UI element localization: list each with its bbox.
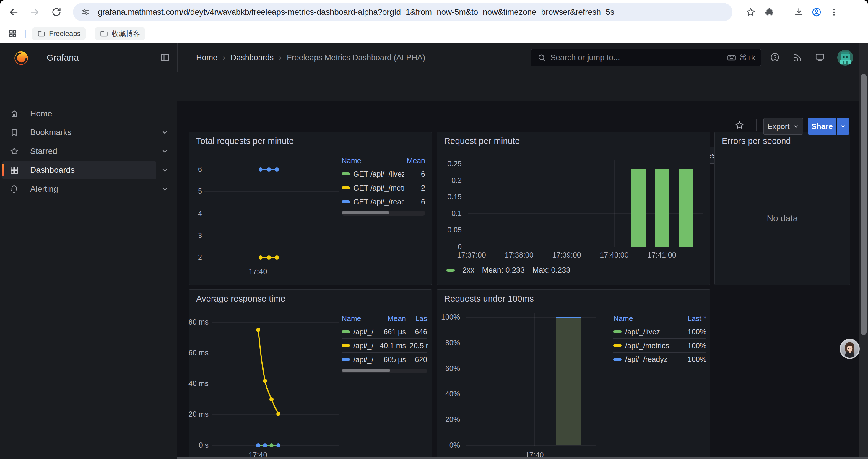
scrollbar-thumb[interactable] — [861, 74, 867, 335]
scrollbar-thumb[interactable] — [342, 369, 390, 372]
user-avatar[interactable] — [837, 50, 853, 66]
data-point — [275, 167, 279, 172]
sidebar-item-bookmarks[interactable]: Bookmarks — [2, 124, 156, 141]
legend-table: Name Mean Las /api/_/livez 661 µs 646 /a… — [342, 312, 427, 373]
legend-header-name[interactable]: Name — [342, 314, 378, 323]
extensions-icon[interactable] — [764, 7, 774, 17]
series-name: GET /api/_/livez — [353, 170, 404, 178]
data-point — [267, 256, 271, 260]
reload-icon[interactable] — [51, 7, 62, 18]
legend-header-name[interactable]: Name — [342, 157, 404, 165]
series-mean: 661 µs — [378, 328, 406, 336]
profile-icon[interactable] — [812, 7, 822, 17]
sidebar-item-starred[interactable]: Starred — [2, 142, 156, 160]
address-bar[interactable]: grafana.mathmast.com/d/deytv4rwavabkb/fr… — [73, 3, 733, 21]
legend-header-mean[interactable]: Mean — [404, 157, 425, 165]
y-tick: 0.15 — [441, 193, 462, 201]
legend-row[interactable]: /api/_/metrics 40.1 ms 20.5 r — [342, 338, 427, 352]
legend-row[interactable]: /api/_/livez 100% — [613, 325, 706, 338]
series-swatch-green — [446, 269, 455, 272]
share-button[interactable]: Share — [808, 118, 836, 135]
search-input[interactable]: Search or jump to... ⌘+k — [531, 49, 761, 66]
legend-mean: Mean: 0.233 — [482, 266, 525, 275]
no-data-message: No data — [715, 213, 850, 223]
legend-header-row: Name Mean — [342, 155, 425, 167]
star-icon — [9, 146, 19, 156]
panel-title: Request per minute — [444, 136, 520, 146]
legend-header-name[interactable]: Name — [613, 314, 680, 323]
search-icon — [537, 53, 546, 62]
series-mean: 6 — [408, 170, 425, 178]
chevron-down-icon[interactable] — [161, 147, 169, 155]
legend-row[interactable]: /api/_/metrics 100% — [613, 338, 706, 352]
panel-average-response-time[interactable]: Average response time 80 ms 60 ms 40 ms … — [189, 290, 432, 459]
sidebar-item-dashboards[interactable]: Dashboards — [2, 161, 156, 179]
series-last: 100% — [680, 341, 706, 350]
sidebar-item-label: Home — [30, 109, 52, 119]
window-bottom-edge — [177, 457, 868, 459]
floating-assistant-avatar[interactable] — [840, 339, 860, 359]
back-icon[interactable] — [8, 7, 19, 18]
favorite-star-icon[interactable] — [735, 120, 745, 130]
sidebar-item-label: Alerting — [30, 184, 58, 194]
browser-toolbar: grafana.mathmast.com/d/deytv4rwavabkb/fr… — [0, 0, 868, 24]
panel-errors-per-second[interactable]: Errors per second No data — [714, 132, 850, 285]
chevron-down-icon[interactable] — [161, 128, 169, 136]
x-tick: 17:37:00 — [448, 251, 495, 259]
menu-icon[interactable] — [829, 7, 839, 17]
y-tick: 20% — [439, 415, 460, 424]
y-tick: 0.2 — [441, 176, 462, 185]
panel-request-per-minute[interactable]: Request per minute 0.25 0.2 0.15 0.1 0.0… — [437, 132, 710, 285]
grafana-logo-icon[interactable] — [13, 49, 30, 66]
monitor-icon[interactable] — [815, 52, 825, 62]
area-fill-100pct — [556, 317, 581, 446]
y-tick: 100% — [439, 313, 460, 321]
legend-scrollbar[interactable] — [342, 369, 427, 373]
apps-grid-icon[interactable] — [8, 29, 17, 38]
legend-row[interactable]: /api/_/readyz 605 µs 620 — [342, 352, 427, 366]
bookmark-folder-freeleaps[interactable]: Freeleaps — [32, 27, 86, 40]
legend-header-last[interactable]: Last * — [680, 314, 706, 323]
chevron-down-icon[interactable] — [161, 166, 169, 174]
chevron-down-icon[interactable] — [161, 185, 169, 193]
legend-scrollbar[interactable] — [342, 211, 425, 216]
legend-header-last[interactable]: Las — [406, 314, 427, 323]
y-gridline — [468, 164, 703, 164]
share-dropdown-button[interactable] — [837, 118, 849, 135]
bookmarks-divider — [25, 30, 26, 37]
legend-row[interactable]: /api/_/livez 661 µs 646 — [342, 325, 427, 338]
sidebar-item-alerting[interactable]: Alerting — [2, 180, 156, 198]
scrollbar-thumb[interactable] — [342, 211, 389, 215]
sidebar-item-home[interactable]: Home — [2, 105, 156, 123]
legend-row[interactable]: GET /api/_/metrics 2 — [342, 181, 425, 195]
breadcrumb-dashboards[interactable]: Dashboards — [231, 53, 274, 62]
bookmark-folder-blogs[interactable]: 收藏博客 — [95, 27, 145, 40]
breadcrumb-home[interactable]: Home — [196, 53, 217, 62]
export-button[interactable]: Export — [764, 118, 803, 135]
browser-scrollbar[interactable] — [859, 43, 868, 459]
help-icon[interactable] — [770, 52, 780, 62]
forward-icon[interactable] — [30, 7, 40, 18]
panel-title: Requests under 100ms — [444, 294, 534, 304]
legend-row[interactable]: GET /api/_/livez 6 — [342, 167, 425, 181]
dock-menu-icon[interactable] — [159, 52, 170, 63]
legend-header-mean[interactable]: Mean — [378, 314, 406, 323]
legend-table: Name Mean GET /api/_/livez 6 GET /api/_/… — [342, 155, 425, 216]
legend[interactable]: 2xx Mean: 0.233 Max: 0.233 — [446, 266, 570, 275]
chevron-right-icon: › — [279, 53, 282, 62]
downloads-icon[interactable] — [794, 7, 804, 17]
chevron-down-icon — [793, 124, 799, 129]
legend-row[interactable]: GET /api/_/readyz 6 — [342, 195, 425, 208]
sidebar-item-label: Dashboards — [30, 165, 75, 175]
y-tick: 3 — [181, 231, 202, 240]
data-point — [258, 256, 262, 260]
panel-requests-under-100ms[interactable]: Requests under 100ms 100% 80% 60% 40% 20… — [437, 290, 710, 459]
legend-row[interactable]: /api/_/readyz 100% — [613, 352, 706, 366]
grafana-app-name: Grafana — [47, 53, 79, 63]
news-rss-icon[interactable] — [793, 52, 802, 62]
bookmark-star-icon[interactable] — [746, 7, 756, 17]
site-settings-icon[interactable] — [81, 7, 90, 17]
data-point — [267, 167, 271, 172]
series-swatch-yellow — [342, 186, 350, 189]
panel-total-requests[interactable]: Total requests per minute 6 5 4 3 2 17:4… — [189, 132, 432, 285]
